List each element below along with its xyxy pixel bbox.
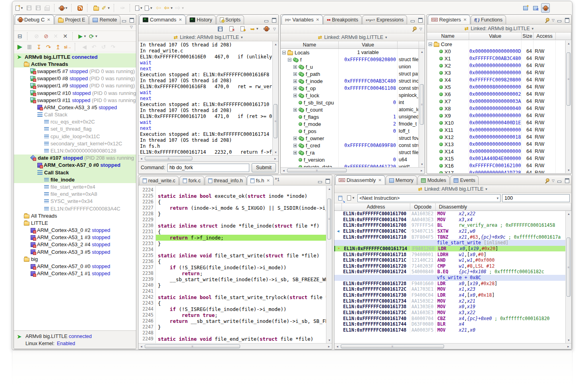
code-line[interactable] — [156, 247, 326, 253]
maximize-button[interactable] — [564, 18, 570, 23]
tab-variables[interactable]: (x)=Variables✕ — [281, 15, 323, 24]
tab-fork-c[interactable]: fork.c — [179, 176, 204, 185]
save-console-button[interactable] — [216, 24, 225, 34]
remove-all-button[interactable]: ✕ — [61, 31, 70, 41]
debug-tree-item[interactable]: big — [14, 255, 136, 263]
instruction-row[interactable]: EL1N:0xFFFFFFC000161710B7F804F5TBNZx21,#… — [334, 234, 565, 240]
chevron-down-icon[interactable]: ▼ — [95, 35, 98, 38]
console-hscrollbar[interactable]: ◄ ≡ ► — [138, 155, 278, 161]
scroll-lock-button[interactable]: ◆ — [238, 24, 247, 34]
register-row[interactable]: X40xFFFFFFC00982080064R/W — [427, 76, 565, 83]
tab-expressions[interactable]: x+y=?Expressions — [362, 15, 407, 24]
column-header-extra[interactable] — [556, 33, 571, 40]
chevron-down-icon[interactable]: ▼ — [20, 6, 23, 10]
chevron-down-icon[interactable]: ▼ — [65, 6, 68, 10]
register-row[interactable]: X140x000000000000000064R/W — [427, 148, 565, 155]
export-button[interactable]: ➥▼ — [249, 24, 260, 34]
register-row[interactable]: X150x001A440D4E00000064R/W — [427, 155, 565, 162]
instruction-row[interactable]: EL1N:0xFFFFFFC00016170897FFFF54BLrw_veri… — [334, 222, 565, 228]
debug-tree-item[interactable]: swapper/2 #10 stopped (PID 0 was running — [14, 89, 136, 97]
update-button[interactable]: ↑▼ — [144, 3, 153, 13]
instruction-row[interactable]: EL1N:0xFFFFFFC00016171879400001LDRHw1,[x… — [334, 251, 565, 257]
code-line[interactable]: return (inode->i_mode & S_IXUGO) || S_IS… — [156, 205, 326, 211]
close-icon[interactable]: ✕ — [316, 17, 319, 22]
variable-row[interactable]: f_op0xFFFFFFC000461108const stru — [281, 85, 419, 92]
scroll-up-icon[interactable]: ▲ — [566, 211, 572, 217]
scroll-down-icon[interactable]: ▼ — [566, 167, 572, 173]
code-line[interactable]: } — [156, 324, 326, 330]
collapse-toggle[interactable] — [288, 58, 291, 62]
register-row[interactable]: X100x0000000000400D1E64R/W — [427, 119, 565, 126]
view-menu-icon[interactable]: ▽ — [273, 27, 276, 31]
code-line[interactable]: { — [156, 259, 326, 265]
new-wizard-button[interactable]: ✦▼ — [15, 3, 24, 13]
pin-icon[interactable] — [412, 26, 417, 31]
step-instruction-button[interactable]: si→ — [63, 42, 72, 52]
copy-disassembly-button[interactable]: ▼ — [346, 193, 356, 203]
variable-row[interactable]: f_pos0loff_t — [281, 127, 419, 135]
variable-row[interactable]: f_inode0xFFFFFFC00AB3C480struct inc — [281, 77, 419, 85]
expand-toggle[interactable] — [293, 151, 297, 154]
debug-tree-item[interactable]: file_inode — [14, 176, 136, 183]
debug-tree-item[interactable]: secondary_start_kernel+0x12C — [14, 140, 136, 147]
column-header-address[interactable]: Address — [342, 203, 410, 210]
tab-commands[interactable]: Commands✕ — [139, 15, 186, 24]
scroll-left-icon[interactable]: ◄ — [138, 156, 144, 162]
view-menu-icon[interactable]: ▽ — [419, 27, 422, 31]
command-console[interactable]: In thread 107 (OS thread id 208)In read_… — [138, 41, 272, 155]
code-line[interactable] — [156, 187, 326, 193]
maximize-button[interactable] — [129, 18, 134, 23]
debug-tree-item[interactable]: cpu_idle_loop+0x11C — [14, 133, 136, 140]
code-line[interactable]: return; — [156, 270, 326, 276]
variable-row[interactable]: f_sb_list_cpu0int — [281, 99, 419, 106]
debug-tree-item[interactable]: EL1N:0x0000000080080128 — [14, 147, 136, 154]
instruction-row[interactable]: EL1N:0xFFFFFFC000161734AA1503E2MOVx2,x21 — [334, 298, 565, 304]
open-perspective-button[interactable]: ✦ — [521, 3, 530, 13]
tab-disassembly[interactable]: 101Disassembly✕ — [335, 175, 385, 185]
scroll-up-icon[interactable]: ▲ — [419, 49, 425, 55]
expand-toggle[interactable] — [293, 108, 297, 112]
scroll-thumb[interactable]: ≡ — [567, 238, 570, 297]
tab-fs-h[interactable]: fs.h✕ — [247, 176, 274, 185]
commit-button[interactable]: ↓▼ — [134, 3, 144, 13]
column-header-opcode[interactable]: Opcode — [410, 203, 436, 210]
column-header-Access[interactable]: Access — [534, 33, 556, 40]
editor-code[interactable]: static inline bool execute_ok(struct ino… — [156, 186, 326, 343]
debug-tree-item[interactable]: ARM_Cortex-A53_3 #5 stopped — [14, 104, 136, 111]
debug-tree-item[interactable]: ARM_Cortex-A57_0 #0 stopped — [14, 263, 136, 270]
back-small-button[interactable]: ⇦ — [154, 3, 163, 13]
maximize-button[interactable] — [417, 18, 423, 23]
collapse-all-button[interactable]: ⊟ — [16, 31, 24, 41]
minimize-button[interactable] — [410, 18, 415, 23]
clear-console-button[interactable]: ✕ — [227, 24, 236, 34]
expand-toggle[interactable] — [293, 87, 297, 90]
tab-breakpoints[interactable]: ●●Breakpoints — [323, 15, 362, 24]
column-header-disassembly[interactable]: Disassembly — [436, 203, 571, 210]
instruction-row[interactable]: EL1N:0xFFFFFFC00016172CAA1703E1MOVx1,x23 — [334, 286, 565, 292]
pin-icon[interactable] — [545, 17, 550, 23]
scroll-thumb[interactable]: ≡ — [567, 52, 570, 106]
connect-button[interactable]: ▶▼ — [78, 31, 87, 41]
code-line[interactable] — [156, 330, 326, 336]
view-menu-icon[interactable]: ▽ — [552, 18, 555, 22]
debug-tree-item[interactable]: All Threads — [14, 212, 136, 219]
connect-debugger-button[interactable] — [262, 24, 271, 34]
register-row[interactable]: X110x000000000000000064R/W — [427, 126, 565, 133]
tab-functions[interactable]: f( )Functions — [471, 15, 506, 24]
debug-tree-item[interactable]: Call Stack — [14, 111, 136, 118]
code-line[interactable]: static inline struct inode *file_inode(s… — [156, 223, 326, 229]
close-icon[interactable]: ✕ — [47, 17, 50, 22]
scroll-up-icon[interactable]: ▲ — [326, 186, 332, 192]
expand-toggle[interactable] — [293, 72, 297, 76]
chevron-down-icon[interactable]: ▼ — [83, 35, 87, 38]
instruction-row[interactable]: EL1N:0xFFFFFFC000161738AA1303E0MOVx0,x19 — [334, 304, 565, 310]
variable-row[interactable]: f_uunion — [281, 63, 419, 70]
register-row[interactable]: X170x000000000041D72864R/W — [427, 169, 565, 173]
code-line[interactable]: if (!S_ISREG(file_inode(file)->i_mode)) — [156, 306, 326, 312]
instruction-row[interactable]: EL1N:0xFFFFFFC000161730F9400C04LDRx4,[x0… — [334, 292, 565, 298]
debug-tree-item[interactable]: Active Threads — [14, 60, 136, 68]
editor-vscrollbar[interactable]: ▲ ≡ ▼ — [326, 186, 332, 343]
column-header-Size[interactable]: Size — [522, 33, 534, 40]
tab-debug-control[interactable]: Debug C✕ — [15, 15, 54, 24]
tab-modules[interactable]: Modules — [417, 176, 450, 185]
